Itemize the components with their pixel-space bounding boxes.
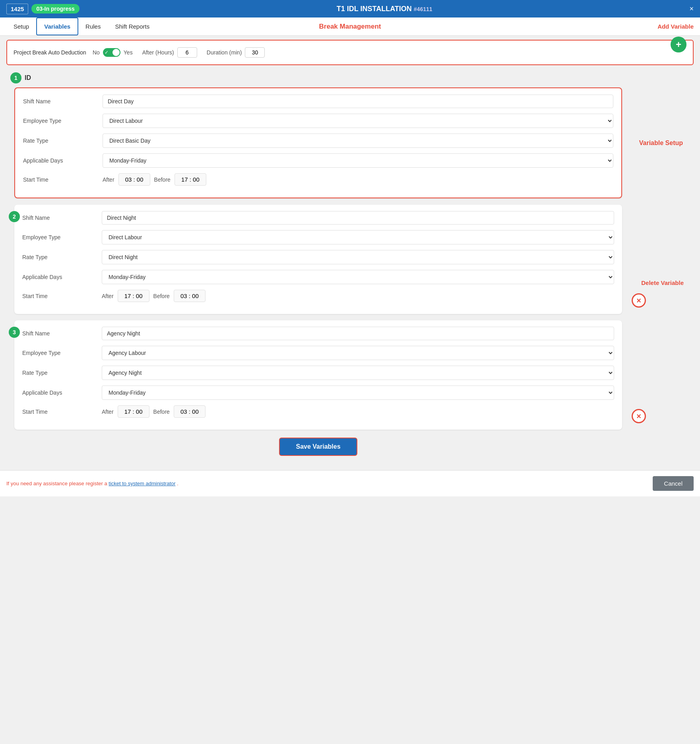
main-content: 1 ID Variable Setup Shift Name Direct Da…	[0, 69, 700, 466]
break-management-label: Break Management	[319, 23, 381, 31]
delete-button-3[interactable]: ×	[632, 409, 646, 423]
time-before-2[interactable]: 03 : 00	[174, 290, 206, 302]
time-inputs-3: After 17 : 00 Before 03 : 00	[102, 405, 206, 418]
employee-type-select-1[interactable]: Direct Labour Agency Labour	[103, 114, 613, 128]
duration-input[interactable]: 30	[245, 47, 265, 58]
rate-type-label-2: Rate Type	[22, 254, 102, 260]
applicable-days-select-1[interactable]: Monday-Friday Saturday Sunday All Days	[103, 153, 613, 168]
x-icon-2: ×	[636, 296, 641, 305]
applicable-days-select-3[interactable]: Monday-Friday Saturday Sunday All Days	[102, 386, 614, 400]
time-after-1[interactable]: 03 : 00	[118, 173, 150, 186]
start-time-row-2: Start Time After 17 : 00 Before 03 : 00	[22, 290, 614, 302]
applicable-days-row-2: Applicable Days Monday-Friday Saturday S…	[22, 270, 614, 284]
id-header: 1 ID	[6, 72, 694, 83]
after-hours-section: After (Hours) 6	[142, 47, 197, 58]
delete-button-2[interactable]: ×	[632, 293, 646, 308]
applicable-days-row-1: Applicable Days Monday-Friday Saturday S…	[23, 153, 613, 168]
rate-type-label-1: Rate Type	[23, 138, 103, 144]
rate-type-row-3: Rate Type Direct Basic Day Direct Night …	[22, 366, 614, 380]
shift-name-input-1[interactable]: Direct Day	[103, 95, 613, 108]
shift-name-input-2[interactable]: Direct Night	[102, 211, 614, 225]
footer: If you need any assistance please regist…	[0, 470, 700, 496]
toggle-switch[interactable]: ✓	[103, 48, 120, 57]
applicable-days-label-3: Applicable Days	[22, 389, 102, 396]
after-label-3: After	[102, 409, 114, 415]
save-variables-button[interactable]: Save Variables	[279, 438, 357, 456]
job-id: 1425	[6, 4, 28, 14]
rate-type-select-2[interactable]: Direct Basic Day Direct Night Agency Nig…	[102, 250, 614, 264]
start-time-label-1: Start Time	[23, 176, 103, 183]
id-label: ID	[25, 74, 31, 81]
help-link[interactable]: ticket to system administrator	[109, 480, 175, 486]
help-text: If you need any assistance please regist…	[6, 480, 653, 486]
duration-label: Duration (min)	[207, 49, 242, 56]
rate-type-select-3[interactable]: Direct Basic Day Direct Night Agency Nig…	[102, 366, 614, 380]
rate-type-label-3: Rate Type	[22, 370, 102, 376]
time-inputs-1: After 03 : 00 Before 17 : 00	[103, 173, 206, 186]
shift-name-row-1: Shift Name Direct Day	[23, 95, 613, 108]
delete-icon-3: ×	[632, 409, 646, 423]
before-label-3: Before	[153, 409, 170, 415]
variable-setup-label: Variable Setup	[639, 140, 683, 147]
time-before-3[interactable]: 03 : 00	[174, 405, 206, 418]
shift-name-label-3: Shift Name	[22, 330, 102, 337]
break-auto-deduction-label: Project Break Auto Deduction	[14, 49, 86, 56]
title-bar: 1425 03-In progress T1 IDL INSTALLATION …	[0, 0, 700, 17]
time-before-1[interactable]: 17 : 00	[175, 173, 206, 186]
add-variable-button[interactable]: +	[671, 37, 686, 52]
rate-type-row-2: Rate Type Direct Basic Day Direct Night …	[22, 250, 614, 264]
close-button[interactable]: ×	[689, 5, 694, 13]
rate-type-select-1[interactable]: Direct Basic Day Direct Night Agency Nig…	[103, 134, 613, 148]
employee-type-select-3[interactable]: Direct Labour Agency Labour	[102, 346, 614, 360]
toggle-check-icon: ✓	[105, 50, 109, 55]
nav-rules[interactable]: Rules	[78, 18, 108, 35]
shift-name-label-2: Shift Name	[22, 215, 102, 221]
start-time-row-3: Start Time After 17 : 00 Before 03 : 00	[22, 405, 614, 418]
variable-card-3: 3 × Shift Name Agency Night Employee Typ…	[14, 320, 622, 430]
card-number-3: 3	[9, 327, 20, 338]
delete-btn-wrapper-3: ×	[632, 409, 646, 423]
applicable-days-label-1: Applicable Days	[23, 157, 103, 164]
nav-shift-reports[interactable]: Shift Reports	[108, 18, 157, 35]
after-label-2: After	[102, 293, 114, 299]
break-management-row: Project Break Auto Deduction No ✓ Yes Af…	[6, 40, 694, 65]
applicable-days-row-3: Applicable Days Monday-Friday Saturday S…	[22, 386, 614, 400]
applicable-days-select-2[interactable]: Monday-Friday Saturday Sunday All Days	[102, 270, 614, 284]
employee-type-label-1: Employee Type	[23, 118, 103, 124]
before-label-1: Before	[154, 176, 171, 183]
employee-type-row-3: Employee Type Direct Labour Agency Labou…	[22, 346, 614, 360]
start-time-row-1: Start Time After 03 : 00 Before 17 : 00	[23, 173, 613, 186]
employee-type-row-2: Employee Type Direct Labour Agency Labou…	[22, 230, 614, 244]
toggle-knob	[112, 49, 120, 56]
card-number-2: 2	[9, 211, 20, 222]
save-section: Save Variables	[14, 438, 622, 456]
after-hours-input[interactable]: 6	[177, 47, 197, 58]
shift-name-row-2: Shift Name Direct Night	[22, 211, 614, 225]
start-time-label-3: Start Time	[22, 409, 102, 415]
duration-section: Duration (min) 30	[207, 47, 265, 58]
shift-name-input-3[interactable]: Agency Night	[102, 327, 614, 340]
applicable-days-label-2: Applicable Days	[22, 274, 102, 280]
employee-type-select-2[interactable]: Direct Labour Agency Labour	[102, 230, 614, 244]
after-label-1: After	[103, 176, 114, 183]
time-inputs-2: After 17 : 00 Before 03 : 00	[102, 290, 206, 302]
cancel-button[interactable]: Cancel	[653, 476, 694, 491]
id-number-badge: 1	[10, 72, 21, 83]
add-variable-label: Add Variable	[657, 23, 694, 30]
shift-name-label-1: Shift Name	[23, 98, 103, 105]
nav-bar: Setup Variables Rules Shift Reports Brea…	[0, 17, 700, 36]
cards-wrapper: Variable Setup Shift Name Direct Day Emp…	[6, 87, 694, 456]
nav-variables[interactable]: Variables	[36, 17, 78, 35]
time-after-2[interactable]: 17 : 00	[118, 290, 149, 302]
variable-card-2: 2 Delete Variable × Shift Name Direct Ni…	[14, 205, 622, 314]
delete-btn-wrapper-2: ×	[632, 293, 646, 308]
yes-label: Yes	[124, 49, 133, 56]
nav-setup[interactable]: Setup	[6, 18, 36, 35]
rate-type-row-1: Rate Type Direct Basic Day Direct Night …	[23, 134, 613, 148]
time-after-3[interactable]: 17 : 00	[118, 405, 149, 418]
x-icon-3: ×	[636, 412, 641, 421]
page-title: T1 IDL INSTALLATION #46111	[80, 5, 690, 13]
start-time-label-2: Start Time	[22, 293, 102, 299]
before-label-2: Before	[153, 293, 170, 299]
after-hours-label: After (Hours)	[142, 49, 174, 56]
